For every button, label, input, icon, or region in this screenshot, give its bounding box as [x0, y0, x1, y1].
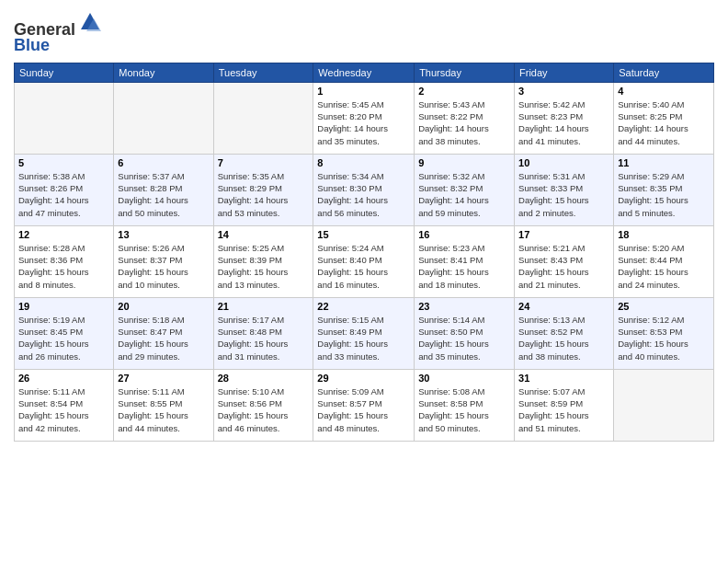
- cell-info-text: Sunrise: 5:40 AM Sunset: 8:25 PM Dayligh…: [618, 98, 710, 147]
- cell-info-text: Sunrise: 5:31 AM Sunset: 8:33 PM Dayligh…: [518, 170, 609, 219]
- weekday-header: Saturday: [614, 63, 714, 82]
- calendar-cell: 21Sunrise: 5:17 AM Sunset: 8:48 PM Dayli…: [213, 297, 313, 369]
- cell-date-number: 18: [618, 229, 710, 240]
- calendar-cell: 6Sunrise: 5:37 AM Sunset: 8:28 PM Daylig…: [114, 154, 213, 225]
- calendar-cell: 1Sunrise: 5:45 AM Sunset: 8:20 PM Daylig…: [313, 82, 415, 154]
- cell-info-text: Sunrise: 5:42 AM Sunset: 8:23 PM Dayligh…: [518, 98, 609, 147]
- cell-info-text: Sunrise: 5:21 AM Sunset: 8:43 PM Dayligh…: [518, 242, 609, 291]
- cell-info-text: Sunrise: 5:26 AM Sunset: 8:37 PM Dayligh…: [118, 242, 209, 291]
- calendar-cell: 12Sunrise: 5:28 AM Sunset: 8:36 PM Dayli…: [15, 225, 114, 297]
- cell-info-text: Sunrise: 5:20 AM Sunset: 8:44 PM Dayligh…: [618, 242, 710, 291]
- cell-info-text: Sunrise: 5:07 AM Sunset: 8:59 PM Dayligh…: [518, 385, 609, 434]
- cell-info-text: Sunrise: 5:11 AM Sunset: 8:54 PM Dayligh…: [18, 385, 109, 434]
- cell-info-text: Sunrise: 5:09 AM Sunset: 8:57 PM Dayligh…: [317, 385, 410, 434]
- calendar-cell: 29Sunrise: 5:09 AM Sunset: 8:57 PM Dayli…: [313, 369, 415, 441]
- cell-info-text: Sunrise: 5:11 AM Sunset: 8:55 PM Dayligh…: [118, 385, 209, 434]
- logo: General Blue: [14, 9, 103, 55]
- cell-date-number: 4: [618, 86, 710, 97]
- weekday-header: Monday: [114, 63, 213, 82]
- calendar-cell: 27Sunrise: 5:11 AM Sunset: 8:55 PM Dayli…: [114, 369, 213, 441]
- cell-date-number: 16: [418, 229, 510, 240]
- calendar-cell: 23Sunrise: 5:14 AM Sunset: 8:50 PM Dayli…: [415, 297, 515, 369]
- calendar-cell: 4Sunrise: 5:40 AM Sunset: 8:25 PM Daylig…: [614, 82, 714, 154]
- cell-date-number: 26: [18, 373, 109, 384]
- cell-info-text: Sunrise: 5:17 AM Sunset: 8:48 PM Dayligh…: [218, 314, 310, 362]
- weekday-header: Sunday: [15, 63, 114, 82]
- cell-date-number: 13: [118, 229, 209, 240]
- weekday-header: Tuesday: [213, 63, 313, 82]
- cell-info-text: Sunrise: 5:12 AM Sunset: 8:53 PM Dayligh…: [618, 314, 710, 362]
- calendar-cell: 20Sunrise: 5:18 AM Sunset: 8:47 PM Dayli…: [114, 297, 213, 369]
- calendar-cell: [213, 82, 313, 154]
- calendar-cell: 30Sunrise: 5:08 AM Sunset: 8:58 PM Dayli…: [415, 369, 515, 441]
- calendar-cell: 15Sunrise: 5:24 AM Sunset: 8:40 PM Dayli…: [313, 225, 415, 297]
- cell-info-text: Sunrise: 5:37 AM Sunset: 8:28 PM Dayligh…: [118, 170, 209, 219]
- calendar-cell: 8Sunrise: 5:34 AM Sunset: 8:30 PM Daylig…: [313, 154, 415, 225]
- calendar-table: SundayMondayTuesdayWednesdayThursdayFrid…: [14, 63, 714, 442]
- cell-date-number: 12: [18, 229, 109, 240]
- cell-date-number: 21: [218, 301, 310, 312]
- calendar-cell: [15, 82, 114, 154]
- cell-info-text: Sunrise: 5:19 AM Sunset: 8:45 PM Dayligh…: [18, 314, 109, 362]
- calendar-cell: 10Sunrise: 5:31 AM Sunset: 8:33 PM Dayli…: [515, 154, 614, 225]
- calendar-cell: 16Sunrise: 5:23 AM Sunset: 8:41 PM Dayli…: [415, 225, 515, 297]
- cell-date-number: 28: [218, 373, 310, 384]
- cell-date-number: 5: [18, 157, 109, 168]
- cell-info-text: Sunrise: 5:45 AM Sunset: 8:20 PM Dayligh…: [317, 98, 410, 147]
- cell-date-number: 24: [518, 301, 609, 312]
- calendar-cell: 3Sunrise: 5:42 AM Sunset: 8:23 PM Daylig…: [515, 82, 614, 154]
- cell-date-number: 25: [618, 301, 710, 312]
- cell-date-number: 14: [218, 229, 310, 240]
- calendar-cell: 9Sunrise: 5:32 AM Sunset: 8:32 PM Daylig…: [415, 154, 515, 225]
- header: General Blue: [14, 9, 714, 55]
- cell-info-text: Sunrise: 5:34 AM Sunset: 8:30 PM Dayligh…: [317, 170, 410, 219]
- cell-info-text: Sunrise: 5:29 AM Sunset: 8:35 PM Dayligh…: [618, 170, 710, 219]
- cell-date-number: 8: [317, 157, 410, 168]
- calendar-cell: [614, 369, 714, 441]
- calendar-cell: 22Sunrise: 5:15 AM Sunset: 8:49 PM Dayli…: [313, 297, 415, 369]
- cell-date-number: 11: [618, 157, 710, 168]
- cell-info-text: Sunrise: 5:23 AM Sunset: 8:41 PM Dayligh…: [418, 242, 510, 291]
- calendar-cell: 28Sunrise: 5:10 AM Sunset: 8:56 PM Dayli…: [213, 369, 313, 441]
- cell-info-text: Sunrise: 5:28 AM Sunset: 8:36 PM Dayligh…: [18, 242, 109, 291]
- cell-info-text: Sunrise: 5:25 AM Sunset: 8:39 PM Dayligh…: [218, 242, 310, 291]
- calendar-cell: 24Sunrise: 5:13 AM Sunset: 8:52 PM Dayli…: [515, 297, 614, 369]
- calendar-cell: 7Sunrise: 5:35 AM Sunset: 8:29 PM Daylig…: [213, 154, 313, 225]
- weekday-header: Thursday: [415, 63, 515, 82]
- calendar-cell: 11Sunrise: 5:29 AM Sunset: 8:35 PM Dayli…: [614, 154, 714, 225]
- cell-info-text: Sunrise: 5:10 AM Sunset: 8:56 PM Dayligh…: [218, 385, 310, 434]
- calendar-cell: 14Sunrise: 5:25 AM Sunset: 8:39 PM Dayli…: [213, 225, 313, 297]
- calendar-week-row: 19Sunrise: 5:19 AM Sunset: 8:45 PM Dayli…: [15, 297, 714, 369]
- cell-info-text: Sunrise: 5:38 AM Sunset: 8:26 PM Dayligh…: [18, 170, 109, 219]
- cell-date-number: 7: [218, 157, 310, 168]
- calendar-cell: 18Sunrise: 5:20 AM Sunset: 8:44 PM Dayli…: [614, 225, 714, 297]
- calendar-cell: 26Sunrise: 5:11 AM Sunset: 8:54 PM Dayli…: [15, 369, 114, 441]
- cell-date-number: 10: [518, 157, 609, 168]
- calendar-header-row: SundayMondayTuesdayWednesdayThursdayFrid…: [15, 63, 714, 82]
- cell-info-text: Sunrise: 5:13 AM Sunset: 8:52 PM Dayligh…: [518, 314, 609, 362]
- cell-info-text: Sunrise: 5:24 AM Sunset: 8:40 PM Dayligh…: [317, 242, 410, 291]
- calendar-week-row: 26Sunrise: 5:11 AM Sunset: 8:54 PM Dayli…: [15, 369, 714, 441]
- cell-info-text: Sunrise: 5:35 AM Sunset: 8:29 PM Dayligh…: [218, 170, 310, 219]
- calendar-week-row: 5Sunrise: 5:38 AM Sunset: 8:26 PM Daylig…: [15, 154, 714, 225]
- cell-info-text: Sunrise: 5:08 AM Sunset: 8:58 PM Dayligh…: [418, 385, 510, 434]
- cell-date-number: 29: [317, 373, 410, 384]
- calendar-cell: 17Sunrise: 5:21 AM Sunset: 8:43 PM Dayli…: [515, 225, 614, 297]
- cell-date-number: 9: [418, 157, 510, 168]
- cell-info-text: Sunrise: 5:15 AM Sunset: 8:49 PM Dayligh…: [317, 314, 410, 362]
- calendar-cell: 19Sunrise: 5:19 AM Sunset: 8:45 PM Dayli…: [15, 297, 114, 369]
- calendar-week-row: 1Sunrise: 5:45 AM Sunset: 8:20 PM Daylig…: [15, 82, 714, 154]
- cell-info-text: Sunrise: 5:32 AM Sunset: 8:32 PM Dayligh…: [418, 170, 510, 219]
- cell-info-text: Sunrise: 5:18 AM Sunset: 8:47 PM Dayligh…: [118, 314, 209, 362]
- cell-info-text: Sunrise: 5:43 AM Sunset: 8:22 PM Dayligh…: [418, 98, 510, 147]
- logo-icon: [77, 9, 103, 35]
- cell-date-number: 20: [118, 301, 209, 312]
- calendar-cell: [114, 82, 213, 154]
- weekday-header: Wednesday: [313, 63, 415, 82]
- cell-date-number: 17: [518, 229, 609, 240]
- cell-date-number: 15: [317, 229, 410, 240]
- cell-date-number: 1: [317, 86, 410, 97]
- cell-info-text: Sunrise: 5:14 AM Sunset: 8:50 PM Dayligh…: [418, 314, 510, 362]
- cell-date-number: 2: [418, 86, 510, 97]
- cell-date-number: 19: [18, 301, 109, 312]
